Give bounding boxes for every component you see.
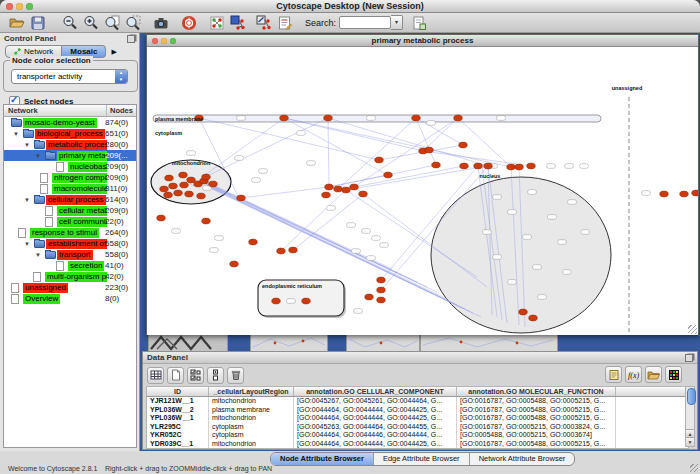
app-resize-grip[interactable] bbox=[690, 464, 698, 472]
graph-node[interactable] bbox=[277, 248, 286, 254]
graph-node[interactable] bbox=[160, 186, 169, 192]
graph-node[interactable] bbox=[180, 182, 189, 188]
tree-item[interactable]: macromolecule311(0) bbox=[4, 183, 136, 194]
tree-item[interactable]: secretion41(0) bbox=[4, 260, 136, 271]
select-attributes-button[interactable] bbox=[187, 367, 204, 384]
graph-edge[interactable] bbox=[199, 118, 379, 160]
tree-item[interactable]: unassigned223(0) bbox=[4, 282, 136, 293]
graph-node[interactable] bbox=[187, 177, 196, 183]
scroll-down-icon[interactable]: ▼ bbox=[686, 437, 694, 446]
graph-node[interactable] bbox=[179, 172, 188, 178]
graph-node[interactable] bbox=[209, 181, 218, 187]
graph-node[interactable] bbox=[660, 191, 669, 197]
graph-node[interactable] bbox=[350, 184, 359, 190]
tree-item[interactable]: nitrogen compo209(0) bbox=[4, 172, 136, 183]
open-file-button[interactable] bbox=[7, 14, 26, 32]
tree-item[interactable]: ▼metabolic process280(0) bbox=[4, 139, 136, 150]
new-document-button[interactable] bbox=[409, 14, 428, 32]
column-header[interactable]: ID bbox=[147, 387, 209, 396]
tree-item[interactable]: nucleobase-209(0) bbox=[4, 161, 136, 172]
graph-node[interactable] bbox=[507, 164, 516, 170]
graph-node[interactable] bbox=[322, 192, 331, 198]
graph-node[interactable] bbox=[342, 187, 351, 193]
graph-node[interactable] bbox=[377, 287, 386, 293]
table-row[interactable]: YPL036W__2plasma membrane[GO:0044464, GO… bbox=[147, 406, 688, 415]
graph-node[interactable] bbox=[680, 191, 689, 197]
delete-attribute-button[interactable] bbox=[227, 367, 244, 384]
table-scrollbar[interactable]: ▲ ▼ bbox=[685, 386, 695, 447]
graph-node[interactable] bbox=[249, 239, 258, 245]
network-window-titlebar[interactable]: primary metabolic process bbox=[147, 35, 698, 47]
graph-node[interactable] bbox=[454, 115, 463, 121]
annotation-button[interactable] bbox=[275, 14, 294, 32]
tree-item[interactable]: ▼biological_process651(0) bbox=[4, 128, 136, 139]
graph-node[interactable] bbox=[377, 277, 386, 283]
graph-node[interactable] bbox=[412, 115, 421, 121]
save-button[interactable] bbox=[28, 14, 47, 32]
tree-item[interactable]: multi-organism pro42(0) bbox=[4, 271, 136, 282]
graph-node[interactable] bbox=[164, 192, 173, 198]
tree-column-nodes[interactable]: Nodes bbox=[106, 105, 133, 116]
tree-item[interactable]: ▼establishment of lo558(0) bbox=[4, 238, 136, 249]
tree-column-network[interactable]: Network bbox=[8, 105, 38, 116]
table-row[interactable]: YKR052Ccytoplasm[GO:0044464, GO:0044446,… bbox=[147, 431, 688, 440]
graph-node[interactable] bbox=[359, 191, 368, 197]
graph-node[interactable] bbox=[165, 175, 174, 181]
graph-node[interactable] bbox=[432, 162, 441, 168]
vizmapper-node-button[interactable] bbox=[228, 14, 247, 32]
column-header[interactable]: annotation.GO MOLECULAR_FUNCTION bbox=[457, 387, 616, 396]
graph-node[interactable] bbox=[324, 115, 333, 121]
graph-edge[interactable] bbox=[201, 180, 402, 275]
table-row[interactable]: YPL036W__1mitochondrion[GO:0044464, GO:0… bbox=[147, 414, 688, 423]
table-row[interactable]: YJR121W__1mitochondrion[GO:0045267, GO:0… bbox=[147, 397, 688, 406]
tree-item[interactable]: ▼primary metabo209(... bbox=[4, 150, 136, 161]
graph-edge[interactable] bbox=[205, 118, 284, 175]
graph-node[interactable] bbox=[460, 163, 469, 169]
minimize-button[interactable] bbox=[16, 3, 23, 10]
unselect-attributes-button[interactable] bbox=[207, 367, 224, 384]
graph-edge[interactable] bbox=[281, 190, 346, 251]
graph-node[interactable] bbox=[365, 294, 374, 300]
layout-button[interactable] bbox=[207, 14, 226, 32]
graph-edge[interactable] bbox=[241, 187, 329, 198]
tree-item[interactable]: cell communicat22(0) bbox=[4, 216, 136, 227]
window-titlebar[interactable]: Cytoscape Desktop (New Session) bbox=[0, 0, 700, 13]
graph-node[interactable] bbox=[302, 298, 311, 304]
graph-node[interactable] bbox=[280, 115, 289, 121]
maximize-button[interactable] bbox=[170, 38, 176, 44]
graph-edge[interactable] bbox=[284, 118, 388, 175]
search-input[interactable] bbox=[339, 16, 391, 29]
graph-node[interactable] bbox=[289, 247, 298, 253]
graph-edge[interactable] bbox=[293, 194, 363, 250]
help-button[interactable] bbox=[179, 14, 198, 32]
graph-edge[interactable] bbox=[354, 166, 464, 187]
graph-node[interactable] bbox=[230, 261, 239, 267]
notes-button[interactable] bbox=[605, 366, 622, 383]
tab-overflow-arrow-icon[interactable]: ▶ bbox=[111, 48, 116, 56]
search-dropdown-button[interactable]: ▾ bbox=[391, 15, 403, 30]
zoom-fit-button[interactable] bbox=[102, 14, 121, 32]
graph-node[interactable] bbox=[519, 309, 528, 315]
graph-edge[interactable] bbox=[284, 118, 511, 167]
graph-node[interactable] bbox=[185, 191, 194, 197]
zoom-out-button[interactable] bbox=[60, 14, 79, 32]
network-canvas[interactable]: plasma membrane cytoplasm mitochondrion … bbox=[147, 47, 698, 335]
graph-edge[interactable] bbox=[329, 175, 388, 187]
tree-item[interactable]: ▼transport558(0) bbox=[4, 249, 136, 260]
background-window-fragment[interactable] bbox=[420, 334, 558, 352]
maximize-button[interactable] bbox=[26, 3, 33, 10]
float-window-icon[interactable] bbox=[685, 354, 693, 362]
zoom-selected-button[interactable] bbox=[123, 14, 142, 32]
window-resize-grip[interactable] bbox=[688, 325, 697, 334]
tree-item[interactable]: response to stimul264(0) bbox=[4, 227, 136, 238]
graph-node[interactable] bbox=[474, 163, 483, 169]
float-window-icon[interactable] bbox=[127, 35, 135, 43]
graph-node[interactable] bbox=[529, 315, 538, 321]
graph-node[interactable] bbox=[377, 297, 386, 303]
tree-item[interactable]: Overview8(0) bbox=[4, 293, 136, 304]
formula-button[interactable]: f(x) bbox=[625, 366, 642, 383]
graph-node[interactable] bbox=[384, 172, 393, 178]
attribute-grid-button[interactable] bbox=[147, 367, 164, 384]
graph-node[interactable] bbox=[272, 298, 281, 304]
graph-edge[interactable] bbox=[207, 118, 328, 176]
